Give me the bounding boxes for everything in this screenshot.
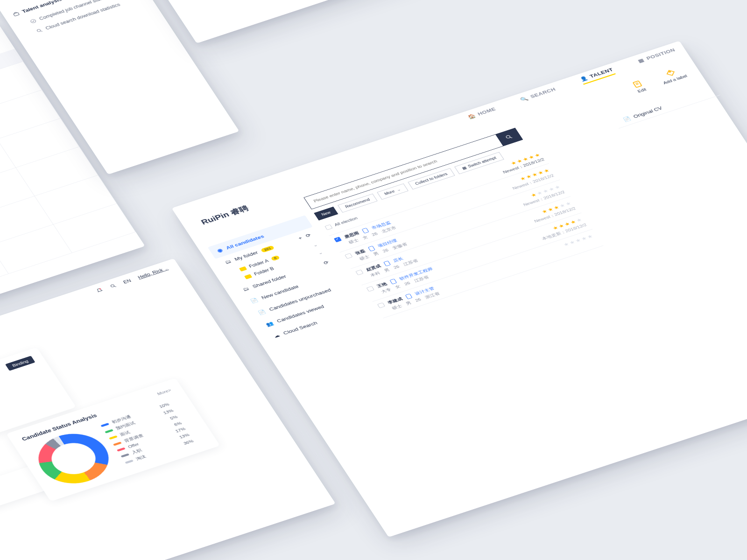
phone-icon xyxy=(389,279,397,284)
bell-icon[interactable] xyxy=(95,287,104,294)
brand-logo: RuiPin睿聘 xyxy=(196,203,251,228)
check-circle-icon xyxy=(29,18,38,24)
legend-item: 背景调查6% xyxy=(112,420,183,448)
bar-chart-panel: 0 50 100 EntryOfferInitial communication… xyxy=(114,0,578,43)
candidate-checkbox[interactable] xyxy=(334,237,342,242)
more-link[interactable]: More> xyxy=(156,388,172,396)
candidate-status-card: More> Candidate Status Analysis 初步沟通10%预… xyxy=(6,378,220,501)
phone-icon xyxy=(361,228,369,233)
svg-point-7 xyxy=(506,135,511,139)
briefcase-icon xyxy=(12,11,21,17)
candidate-checkbox[interactable] xyxy=(366,286,374,292)
step-item: Receiving resumes from various channels xyxy=(0,383,49,446)
refresh-icon[interactable]: ⟳ xyxy=(304,232,312,238)
donut-chart xyxy=(27,426,120,491)
nav-position[interactable]: ▦ POSITION xyxy=(637,47,677,65)
phone-icon xyxy=(405,294,412,299)
sidebar-unpurchased[interactable]: 📄 Candidates unpurchased xyxy=(249,277,354,321)
candidate-checkbox[interactable] xyxy=(377,302,385,308)
search-icon[interactable] xyxy=(109,283,118,289)
svg-point-2 xyxy=(36,29,41,32)
candidate-checkbox[interactable] xyxy=(345,253,352,259)
refresh-icon[interactable]: ⟳ xyxy=(323,259,330,266)
nav-home[interactable]: 🏠 HOME xyxy=(466,106,498,122)
legend-item: Offer17% xyxy=(115,426,187,453)
phone-icon xyxy=(368,245,375,251)
search-icon xyxy=(504,133,514,140)
nav-talent[interactable]: 👤 TALENT xyxy=(579,67,616,84)
sidebar-viewed[interactable]: 👥 Candidates viewed xyxy=(256,289,361,333)
add-label-action[interactable]: Add a label xyxy=(657,66,688,85)
user-greeting[interactable]: Hello, Rick ⌄ xyxy=(137,266,169,280)
original-cv-section[interactable]: 📄 Original CV xyxy=(612,84,720,129)
all-election-label: All election xyxy=(333,216,358,227)
legend-item: 入职13% xyxy=(119,431,191,460)
legend-item: 淘汰36% xyxy=(123,437,195,466)
legend-item: 预约面试13% xyxy=(103,407,175,435)
step-item: Intelligent parsing and storage xyxy=(0,397,58,460)
step-item: Intelligently identifying resume documen… xyxy=(0,390,54,453)
legend-item: 面试5% xyxy=(107,413,179,441)
svg-point-4 xyxy=(110,284,114,287)
sidebar-cloud-search[interactable]: ☁ Cloud Search xyxy=(264,301,369,344)
lang-toggle[interactable]: EN xyxy=(122,278,132,285)
svg-point-1 xyxy=(30,19,36,23)
operation-card: Operation Deprecated xyxy=(0,451,91,520)
candidate-checkbox[interactable] xyxy=(355,270,363,275)
binding-button[interactable]: Binding xyxy=(5,356,35,371)
one-key-storage-card: Binding One key storage amyzhu@careerint… xyxy=(0,347,76,474)
user-email: amyzhu@careerintlinc.com xyxy=(0,375,42,437)
legend-item: 初步沟通10% xyxy=(99,400,171,429)
svg-point-6 xyxy=(669,71,671,72)
candidate-list: All election ★★★★★Newest：2018/12/2 唐思雨市场… xyxy=(319,149,603,318)
nav-search[interactable]: 🔍 SEARCH xyxy=(519,86,558,104)
search-icon xyxy=(35,28,44,34)
edit-action[interactable]: Edit xyxy=(631,79,648,94)
add-icon[interactable]: + xyxy=(297,235,303,241)
phone-icon xyxy=(383,260,391,266)
select-all-checkbox[interactable] xyxy=(324,224,332,230)
